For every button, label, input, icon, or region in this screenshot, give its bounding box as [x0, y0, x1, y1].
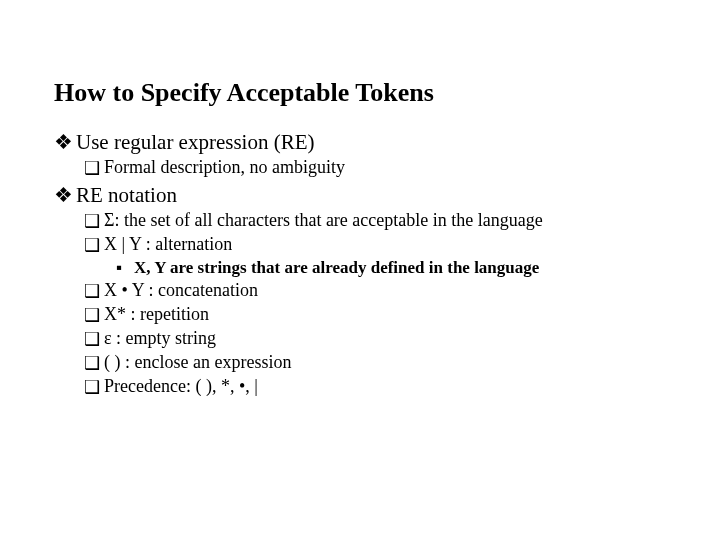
diamond-icon: ❖ [54, 183, 76, 208]
square-icon: ❑ [84, 280, 104, 302]
bullet-l3: ▪ X, Y are strings that are already defi… [116, 258, 666, 278]
square-icon: ❑ [84, 376, 104, 398]
bullet-text: RE notation [76, 183, 177, 208]
bullet-text: X • Y : concatenation [104, 280, 258, 302]
bullet-l2: ❑ ( ) : enclose an expression [84, 352, 666, 374]
bullet-l2: ❑ ε : empty string [84, 328, 666, 350]
bullet-l1: ❖ RE notation [54, 183, 666, 208]
bullet-l2: ❑ X* : repetition [84, 304, 666, 326]
diamond-icon: ❖ [54, 130, 76, 155]
bullet-l2: ❑ Σ: the set of all characters that are … [84, 210, 666, 232]
square-icon: ❑ [84, 157, 104, 179]
bullet-l2: ❑ Precedence: ( ), *, •, | [84, 376, 666, 398]
square-icon: ❑ [84, 304, 104, 326]
bullet-text: Σ: the set of all characters that are ac… [104, 210, 543, 232]
bullet-text: Precedence: ( ), *, •, | [104, 376, 258, 398]
bullet-text: Use regular expression (RE) [76, 130, 315, 155]
square-icon: ❑ [84, 352, 104, 374]
bullet-l1: ❖ Use regular expression (RE) [54, 130, 666, 155]
bullet-l2: ❑ X | Y : alternation [84, 234, 666, 256]
bullet-l2: ❑ Formal description, no ambiguity [84, 157, 666, 179]
square-icon: ❑ [84, 234, 104, 256]
bullet-text: X* : repetition [104, 304, 209, 326]
slide: How to Specify Acceptable Tokens ❖ Use r… [0, 0, 720, 398]
slide-title: How to Specify Acceptable Tokens [54, 78, 666, 108]
bullet-text: ε : empty string [104, 328, 216, 350]
bullet-text: X | Y : alternation [104, 234, 232, 256]
square-icon: ❑ [84, 210, 104, 232]
bullet-text: X, Y are strings that are already define… [134, 258, 539, 278]
bullet-l2: ❑ X • Y : concatenation [84, 280, 666, 302]
blacksquare-icon: ▪ [116, 258, 134, 278]
bullet-text: Formal description, no ambiguity [104, 157, 345, 179]
bullet-text: ( ) : enclose an expression [104, 352, 291, 374]
square-icon: ❑ [84, 328, 104, 350]
